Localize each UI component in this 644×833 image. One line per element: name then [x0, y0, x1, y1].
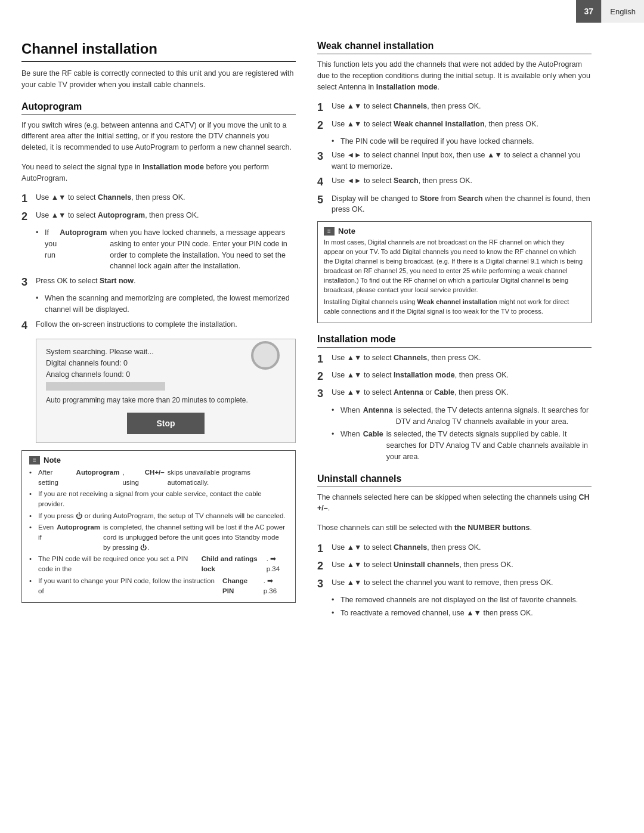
weak-channel-title: Weak channel installation — [317, 41, 592, 54]
note-bullet: Even if Autoprogram is completed, the ch… — [29, 522, 288, 552]
intro-text: Be sure the RF cable is correctly connec… — [21, 68, 296, 91]
autoprogram-note-box: ≡ Note After setting Autoprogram, using … — [21, 450, 296, 603]
progress-dialog: System searching. Please wait... Digital… — [36, 339, 296, 443]
stop-button-container: Stop — [46, 413, 286, 434]
page-number: 37 — [576, 0, 601, 23]
step-item: 2 Use ▲▼ to select Autoprogram, then pre… — [21, 210, 296, 224]
progress-line3: Analog channels found: 0 — [46, 370, 286, 379]
sub-bullet-item: When Antenna is selected, the TV detects… — [332, 405, 592, 428]
uninstall-channels-title: Uninstall channels — [317, 473, 592, 487]
note-bullet: If you press ⏻ or during AutoProgram, th… — [29, 511, 288, 521]
weak-step-4: 4 Use ◄► to select Search, then press OK… — [317, 175, 592, 189]
autoprogram-steps: 1 Use ▲▼ to select Channels, then press … — [21, 192, 296, 224]
weak-step-5: 5 Display will be changed to Store from … — [317, 193, 592, 216]
weak-note-para2: Installing Digital channels using Weak c… — [324, 298, 585, 317]
autoprogram-desc2: You need to select the signal type in In… — [21, 162, 296, 184]
note-bullet: After setting Autoprogram, using CH+/– s… — [29, 467, 288, 487]
note-bullet: The PIN code will be required once you s… — [29, 554, 288, 574]
sub-bullet-item: When Cable is selected, the TV detects s… — [332, 429, 592, 462]
sub-bullet-item: When the scanning and memorizing are com… — [36, 293, 296, 315]
installation-mode-bullets: When Antenna is selected, the TV detects… — [332, 405, 592, 463]
weak-channel-desc: This function lets you add the channels … — [317, 59, 592, 92]
installation-mode-steps: 1 Use ▲▼ to select Channels, then press … — [317, 352, 592, 401]
autoprogram-desc1: If you switch wires (e.g. between antenn… — [21, 120, 296, 153]
weak-step2-bullets: The PIN code will be required if you hav… — [332, 136, 592, 147]
note-header: ≡ Note — [29, 456, 288, 465]
uninstall-steps: 1 Use ▲▼ to select Channels, then press … — [317, 542, 592, 591]
installation-mode-title: Installation mode — [317, 334, 592, 348]
note-icon: ≡ — [324, 227, 335, 236]
note-header: ≡ Note — [324, 227, 585, 236]
sub-bullet-item: If you run Autoprogram when you have loc… — [36, 227, 296, 272]
note-bullet: If you are not receiving a signal from y… — [29, 489, 288, 509]
sub-bullet-item: To reactivate a removed channel, use ▲▼ … — [332, 608, 592, 619]
progress-bar — [46, 382, 165, 391]
step-item: 1 Use ▲▼ to select Channels, then press … — [317, 101, 592, 114]
autoprogram-title: Autoprogram — [21, 101, 296, 115]
uninstall-desc1: The channels selected here can be skippe… — [317, 492, 592, 515]
weak-channel-note-box: ≡ Note In most cases, Digital channels a… — [317, 221, 592, 323]
step-item: 1 Use ▲▼ to select Channels, then press … — [317, 542, 592, 556]
step-4: 4 Follow the on-screen instructions to c… — [21, 319, 296, 333]
note-label: Note — [44, 456, 61, 465]
progress-line2: Digital channels found: 0 — [46, 359, 286, 367]
step-item: 2 Use ▲▼ to select Uninstall channels, t… — [317, 559, 592, 573]
step-item: 1 Use ▲▼ to select Channels, then press … — [317, 352, 592, 366]
stop-button[interactable]: Stop — [127, 413, 205, 434]
step-3: 3 Press OK to select Start now. — [21, 275, 296, 289]
step-item: 2 Use ▲▼ to select Installation mode, th… — [317, 370, 592, 383]
page-header: 37 English — [576, 0, 644, 23]
step-item: 3 Use ▲▼ to select Antenna or Cable, the… — [317, 387, 592, 401]
step-item: 3 Use ▲▼ to select the channel you want … — [317, 577, 592, 591]
step-item: 2 Use ▲▼ to select Weak channel installa… — [317, 119, 592, 132]
note-bullet: If you want to change your PIN code, fol… — [29, 576, 288, 596]
uninstall-bullets: The removed channels are not displayed o… — [332, 594, 592, 619]
page-title: Channel installation — [21, 41, 296, 62]
language-label: English — [601, 0, 644, 23]
step-item: 1 Use ▲▼ to select Channels, then press … — [21, 192, 296, 206]
search-indicator — [251, 341, 280, 370]
weak-note-para1: In most cases, Digital channels are not … — [324, 238, 585, 295]
sub-bullet-item: The PIN code will be required if you hav… — [332, 136, 592, 147]
weak-step-3: 3 Use ◄► to select channel Input box, th… — [317, 150, 592, 172]
step2-bullets: If you run Autoprogram when you have loc… — [36, 227, 296, 272]
weak-channel-steps: 1 Use ▲▼ to select Channels, then press … — [317, 101, 592, 132]
sub-bullet-item: The removed channels are not displayed o… — [332, 594, 592, 606]
progress-line1: System searching. Please wait... — [46, 348, 286, 356]
autoprogram-note-bullets: After setting Autoprogram, using CH+/– s… — [29, 467, 288, 596]
note-label: Note — [338, 227, 355, 236]
uninstall-desc2: Those channels can still be selected wit… — [317, 522, 592, 534]
note-icon: ≡ — [29, 456, 40, 465]
progress-note: Auto programming may take more than 20 m… — [46, 395, 286, 405]
left-column: Channel installation Be sure the RF cabl… — [21, 41, 296, 621]
step3-bullets: When the scanning and memorizing are com… — [36, 293, 296, 315]
right-column: Weak channel installation This function … — [317, 41, 592, 621]
